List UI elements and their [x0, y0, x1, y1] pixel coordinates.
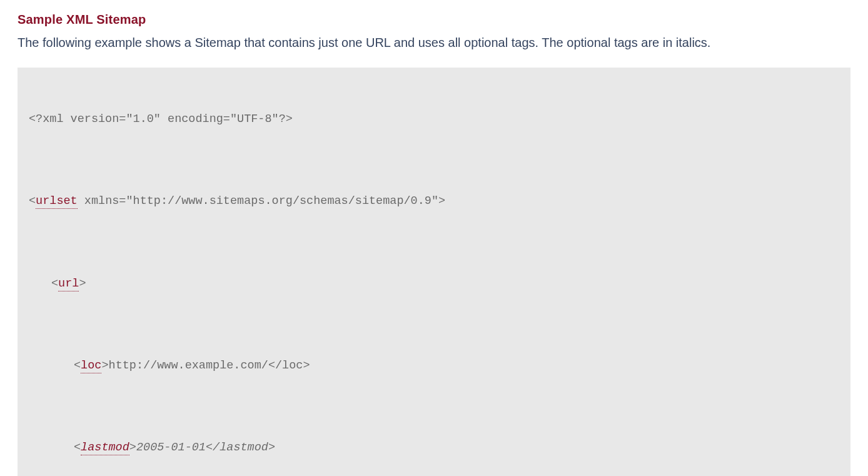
loc-tag-link[interactable]: loc — [81, 359, 101, 373]
urlset-attrs: xmlns="http://www.sitemaps.org/schemas/s… — [78, 195, 445, 208]
xml-declaration: <?xml version="1.0" encoding="UTF-8"?> — [29, 113, 293, 126]
url-tag-link[interactable]: url — [58, 277, 79, 291]
lastmod-close: </lastmod> — [206, 441, 275, 454]
lastmod-open-bracket: < — [74, 441, 81, 454]
lastmod-open-suffix: > — [129, 441, 136, 454]
loc-value: http://www.example.com/ — [109, 359, 268, 372]
lastmod-tag-link[interactable]: lastmod — [81, 441, 129, 455]
section-heading: Sample XML Sitemap — [18, 13, 850, 27]
url-open-suffix: > — [79, 277, 86, 290]
lastmod-value: 2005-01-01 — [136, 441, 206, 454]
code-block: <?xml version="1.0" encoding="UTF-8"?> <… — [18, 68, 850, 476]
url-open-bracket: < — [51, 277, 58, 290]
section-intro: The following example shows a Sitemap th… — [18, 33, 850, 53]
urlset-open-bracket: < — [29, 195, 36, 208]
loc-open-suffix: > — [101, 359, 108, 372]
urlset-tag-link[interactable]: urlset — [36, 195, 78, 209]
loc-open-bracket: < — [74, 359, 81, 372]
loc-close: </loc> — [268, 359, 310, 372]
